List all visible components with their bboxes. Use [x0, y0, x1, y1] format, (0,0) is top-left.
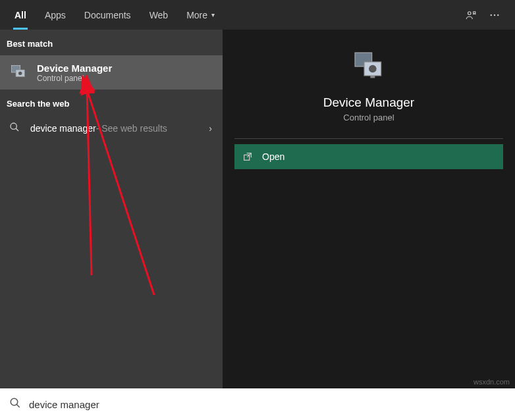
- svg-point-0: [468, 11, 472, 14]
- tab-more-label: More: [186, 10, 207, 20]
- svg-point-1: [491, 14, 492, 15]
- best-match-result[interactable]: Device Manager Control panel: [0, 55, 223, 90]
- web-hint: - See web results: [96, 123, 167, 134]
- svg-point-11: [369, 65, 377, 73]
- svg-point-6: [18, 72, 22, 75]
- feedback-icon[interactable]: [465, 9, 477, 21]
- search-icon: [9, 397, 21, 411]
- svg-line-8: [16, 128, 18, 131]
- chevron-right-icon[interactable]: ›: [209, 123, 216, 134]
- svg-point-7: [11, 123, 16, 129]
- open-label: Open: [262, 151, 285, 162]
- search-input[interactable]: [29, 399, 506, 410]
- search-icon: [9, 122, 22, 135]
- device-manager-icon: [7, 61, 30, 84]
- tab-all[interactable]: All: [5, 0, 36, 30]
- preview-panel: Device Manager Control panel Open: [223, 30, 515, 388]
- search-tabs: All Apps Documents Web More ▾: [5, 0, 224, 30]
- device-manager-icon-large: [350, 48, 387, 85]
- preview-header: Device Manager Control panel: [223, 41, 515, 134]
- best-match-text: Device Manager Control panel: [37, 63, 112, 83]
- svg-rect-12: [370, 76, 375, 78]
- open-action[interactable]: Open: [234, 144, 503, 169]
- results-panel: Best match Device Manager Control panel …: [0, 30, 223, 388]
- web-result[interactable]: device manager - See web results ›: [0, 115, 223, 142]
- tab-apps[interactable]: Apps: [36, 0, 75, 30]
- best-match-label: Best match: [0, 30, 223, 55]
- divider: [234, 138, 503, 139]
- web-query: device manager: [30, 123, 96, 134]
- top-icons: [465, 9, 510, 21]
- preview-title: Device Manager: [323, 95, 414, 110]
- svg-line-15: [16, 404, 20, 407]
- open-icon: [242, 151, 253, 162]
- chevron-down-icon: ▾: [211, 11, 215, 18]
- svg-point-14: [11, 398, 18, 406]
- preview-subtitle: Control panel: [343, 113, 394, 122]
- search-bar: [0, 388, 515, 420]
- svg-point-3: [497, 14, 499, 15]
- tab-documents[interactable]: Documents: [75, 0, 140, 30]
- result-title: Device Manager: [37, 63, 112, 74]
- svg-point-2: [494, 14, 495, 15]
- top-bar: All Apps Documents Web More ▾: [0, 0, 515, 30]
- tab-web[interactable]: Web: [140, 0, 178, 30]
- watermark: wsxdn.com: [474, 378, 510, 386]
- tab-more[interactable]: More ▾: [177, 0, 224, 30]
- search-web-label: Search the web: [0, 90, 223, 115]
- main-content: Best match Device Manager Control panel …: [0, 30, 515, 388]
- more-options-icon[interactable]: [489, 9, 501, 21]
- result-subtitle: Control panel: [37, 74, 112, 83]
